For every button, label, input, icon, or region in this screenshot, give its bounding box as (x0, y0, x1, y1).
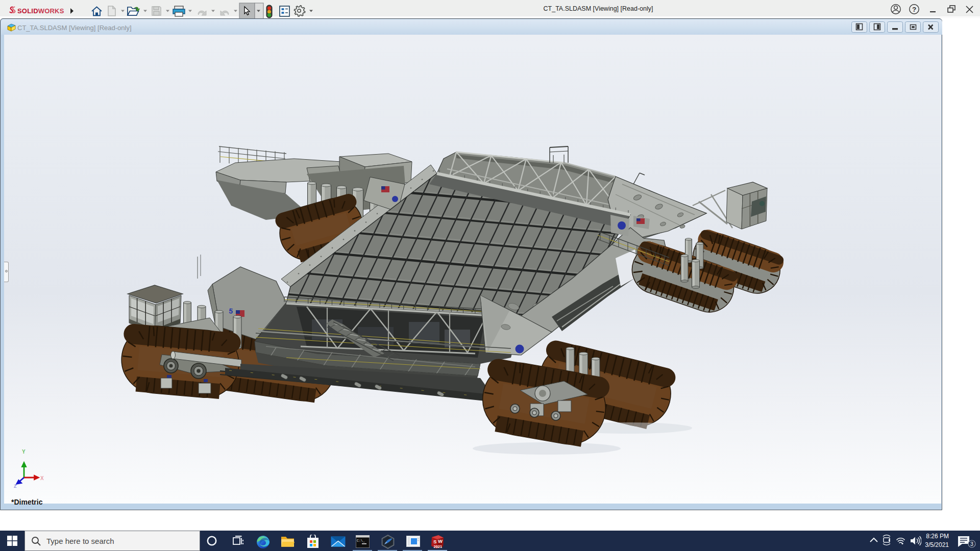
svg-text:X: X (40, 475, 44, 481)
svg-text:2021: 2021 (434, 544, 443, 549)
svg-text:SOLIDWORKS: SOLIDWORKS (17, 7, 64, 15)
svg-text:C:\_: C:\_ (357, 539, 365, 543)
svg-text:Z: Z (14, 484, 17, 489)
svg-text:Y: Y (22, 449, 26, 455)
svg-text:?: ? (912, 6, 916, 13)
svg-text:S: S (433, 539, 436, 544)
svg-text:W: W (438, 538, 443, 544)
svg-text:3: 3 (970, 541, 973, 547)
